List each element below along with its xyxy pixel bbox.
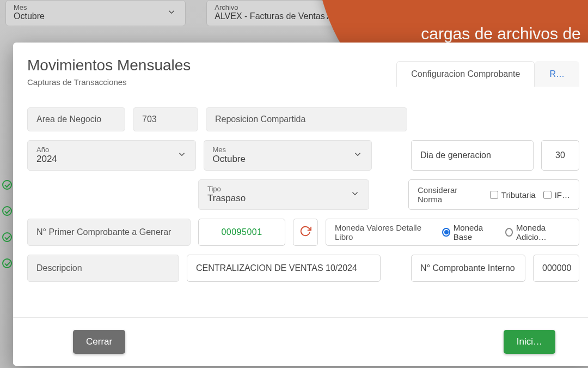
radio-moneda-adicional-label: Moneda Adicio…	[516, 223, 570, 242]
modal-footer: Cerrar Inici…	[13, 317, 588, 366]
dia-generacion-value[interactable]: 30	[541, 140, 579, 171]
tab-configuracion[interactable]: Configuracion Comprobante	[396, 61, 535, 87]
start-button[interactable]: Inici…	[504, 330, 555, 354]
modal-form: Area de Negocio 703 Reposicion Compartid…	[27, 92, 579, 282]
primer-comprobante-text: 00095001	[221, 227, 262, 237]
considerar-norma-group: Considerar Norma Tributaria IF…	[408, 179, 579, 210]
check-circle-icon	[2, 180, 12, 190]
area-negocio-label: Area de Negocio	[27, 107, 125, 131]
chevron-down-icon	[353, 149, 363, 161]
select-year-label: Año	[36, 146, 187, 154]
checkbox-icon	[543, 191, 552, 199]
chevron-down-icon	[167, 7, 176, 19]
tab-secondary[interactable]: R…	[535, 61, 579, 87]
close-button[interactable]: Cerrar	[73, 330, 125, 354]
chevron-down-icon	[350, 189, 360, 201]
check-ifrs-label: IF…	[555, 190, 570, 200]
modal-tabs: Configuracion Comprobante R…	[396, 61, 579, 87]
check-ifrs[interactable]: IF…	[543, 190, 570, 200]
descripcion-label: Descripcion	[27, 255, 179, 282]
comprobante-interno-label: N° Comprobante Interno	[411, 255, 525, 282]
considerar-norma-label: Considerar Norma	[418, 185, 477, 204]
check-circle-icon	[2, 206, 12, 216]
check-tributaria[interactable]: Tributaria	[490, 190, 536, 200]
area-negocio-code: 703	[133, 107, 198, 131]
check-circle-icon	[2, 258, 12, 268]
select-month-value: Octubre	[213, 154, 363, 165]
select-year[interactable]: Año 2024	[27, 140, 196, 171]
select-tipo-value: Traspaso	[207, 193, 360, 204]
refresh-button[interactable]	[293, 219, 318, 246]
select-month[interactable]: Mes Octubre	[204, 140, 372, 171]
primer-comprobante-label: N° Primer Comprobante a Generar	[27, 219, 191, 246]
dia-generacion-label: Dia de generacion	[411, 140, 534, 171]
moneda-group: Moneda Valores Detalle Libro Moneda Base…	[326, 219, 579, 246]
area-negocio-desc: Reposicion Compartida	[206, 107, 407, 131]
modal-title: Movimientos Mensuales	[27, 57, 191, 74]
chevron-down-icon	[177, 149, 187, 161]
radio-moneda-adicional[interactable]: Moneda Adicio…	[505, 223, 570, 242]
descripcion-value[interactable]: CENTRALIZACION DE VENTAS 10/2024	[187, 255, 381, 282]
select-year-value: 2024	[36, 154, 187, 165]
select-month-label: Mes	[213, 146, 363, 154]
modal-header: Movimientos Mensuales Capturas de Transa…	[27, 57, 579, 92]
bg-mes-label: Mes	[14, 3, 177, 11]
select-tipo[interactable]: Tipo Traspaso	[198, 179, 369, 210]
radio-moneda-base[interactable]: Moneda Base	[442, 223, 497, 242]
check-circle-icon	[2, 232, 12, 242]
radio-unchecked-icon	[505, 228, 513, 237]
primer-comprobante-value[interactable]: 00095001	[198, 219, 285, 246]
bg-mes-value: Octubre	[14, 11, 177, 21]
checkbox-icon	[490, 191, 498, 199]
modal-subtitle: Capturas de Transacciones	[27, 77, 191, 87]
radio-checked-icon	[442, 228, 450, 237]
select-tipo-label: Tipo	[207, 185, 360, 193]
modal-movimientos: Movimientos Mensuales Capturas de Transa…	[13, 43, 588, 366]
radio-moneda-base-label: Moneda Base	[454, 223, 498, 242]
check-tributaria-label: Tributaria	[501, 190, 536, 200]
moneda-label: Moneda Valores Detalle Libro	[335, 223, 429, 242]
comprobante-interno-value[interactable]: 000000	[533, 255, 579, 282]
refresh-icon	[299, 225, 311, 239]
bg-select-mes[interactable]: Mes Octubre	[5, 0, 186, 26]
